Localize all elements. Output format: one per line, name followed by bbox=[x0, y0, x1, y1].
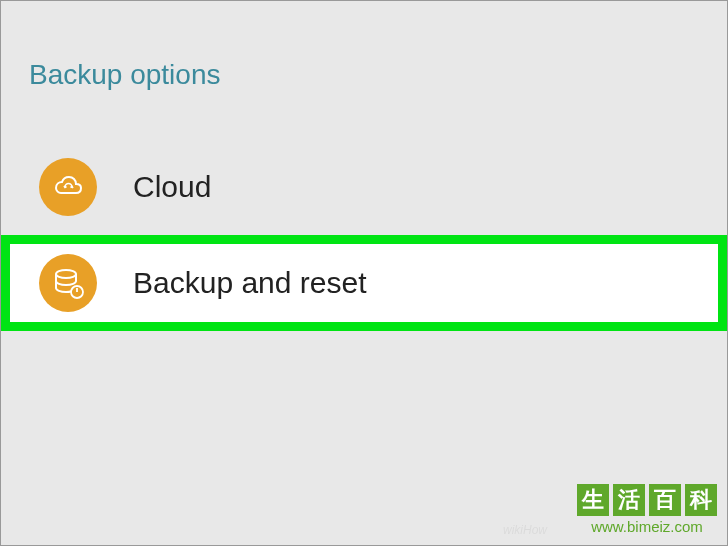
menu-label-cloud: Cloud bbox=[133, 170, 211, 204]
menu-item-cloud[interactable]: Cloud bbox=[1, 139, 727, 235]
database-power-icon bbox=[39, 254, 97, 312]
watermark-chinese: 生 活 百 科 bbox=[577, 484, 717, 516]
cloud-sync-icon bbox=[39, 158, 97, 216]
section-title: Backup options bbox=[1, 1, 727, 91]
wikihow-watermark: wikiHow bbox=[503, 523, 547, 537]
site-watermark: 生 活 百 科 www.bimeiz.com bbox=[577, 484, 717, 535]
menu-item-backup-reset[interactable]: Backup and reset bbox=[1, 235, 727, 331]
wm-char-3: 科 bbox=[685, 484, 717, 516]
watermark-url: www.bimeiz.com bbox=[591, 518, 703, 535]
menu-label-backup-reset: Backup and reset bbox=[133, 266, 366, 300]
wm-char-1: 活 bbox=[613, 484, 645, 516]
wm-char-0: 生 bbox=[577, 484, 609, 516]
wm-char-2: 百 bbox=[649, 484, 681, 516]
menu-list: Cloud Backup and reset bbox=[1, 139, 727, 331]
svg-point-0 bbox=[56, 270, 76, 278]
settings-screen: Backup options Cloud bbox=[0, 0, 728, 546]
